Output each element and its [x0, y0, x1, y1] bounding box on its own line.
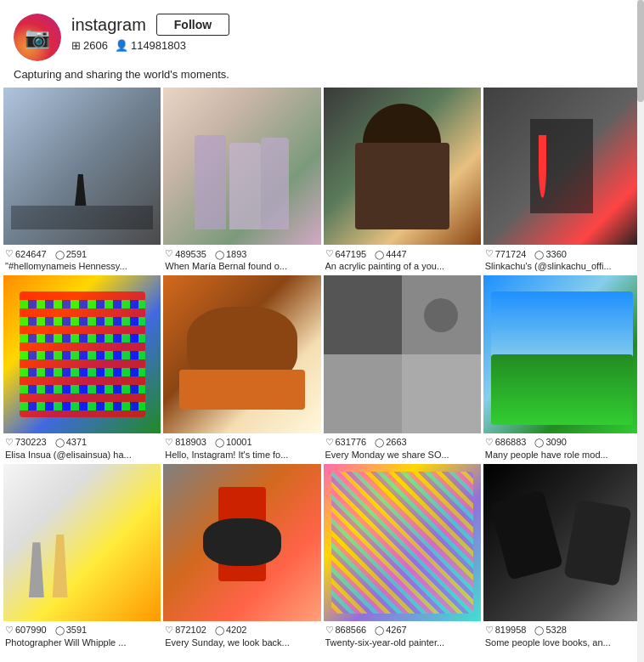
post-meta: 489535 1893 When María Bernal found o...: [163, 245, 320, 273]
comments-count: 3591: [66, 625, 87, 635]
post-thumbnail[interactable]: [483, 275, 641, 433]
likes-stat: 624647: [5, 248, 47, 259]
avatar[interactable]: 📷: [14, 14, 61, 61]
comment-icon: [55, 249, 65, 259]
likes-stat: 818903: [165, 437, 206, 448]
post-stats: 818903 10001: [165, 437, 319, 448]
post-cell[interactable]: 868566 4267 Twenty-six-year-old painter.…: [324, 464, 481, 649]
likes-count: 819958: [495, 625, 527, 635]
comment-icon: [534, 249, 544, 259]
post-cell[interactable]: 607990 3591 Photographer Will Whipple ..…: [3, 464, 161, 649]
post-meta: 872102 4202 Every Sunday, we look back..…: [163, 621, 320, 649]
post-stats: 819958 5328: [485, 625, 639, 636]
post-meta: 686883 3090 Many people have role mod...: [483, 433, 641, 461]
post-thumbnail[interactable]: [483, 464, 641, 621]
profile-header: 📷 instagram Follow ⊞ 2606 👤 114981803: [0, 0, 644, 68]
profile-top-row: instagram Follow: [71, 14, 229, 36]
post-meta: 818903 10001 Hello, Instagram! It's time…: [163, 433, 320, 461]
comments-stat: 4447: [375, 248, 406, 259]
post-cell[interactable]: 647195 4447 An acrylic painting of a you…: [324, 88, 481, 273]
post-cell[interactable]: 819958 5328 Some people love books, an..…: [483, 464, 641, 649]
post-caption: Slinkachu's (@slinkachu_offi...: [485, 261, 639, 271]
post-thumbnail[interactable]: [3, 88, 161, 245]
comment-icon: [215, 437, 224, 447]
post-thumbnail[interactable]: [483, 88, 641, 245]
post-caption: "#hellomynameis Hennessy...: [5, 261, 159, 271]
post-meta: 647195 4447 An acrylic painting of a you…: [324, 245, 481, 273]
followers-icon: 👤: [115, 39, 128, 52]
likes-stat: 730223: [5, 437, 47, 448]
post-thumbnail[interactable]: [324, 464, 481, 621]
post-caption: An acrylic painting of a you...: [325, 261, 479, 271]
post-cell[interactable]: 489535 1893 When María Bernal found o...: [163, 88, 320, 273]
likes-count: 686883: [495, 437, 527, 447]
post-stats: 647195 4447: [325, 248, 479, 259]
posts-grid: 624647 2591 "#hellomynameis Hennessy... …: [0, 88, 644, 649]
comments-count: 2591: [66, 249, 87, 259]
followers-stat: 👤 114981803: [115, 39, 186, 52]
comments-count: 10001: [226, 437, 252, 447]
post-thumbnail[interactable]: [3, 275, 161, 433]
post-stats: 624647 2591: [5, 248, 159, 259]
comment-icon: [534, 437, 544, 447]
post-cell[interactable]: 624647 2591 "#hellomynameis Hennessy...: [3, 88, 161, 273]
post-stats: 872102 4202: [165, 625, 319, 636]
followers-count: 114981803: [131, 39, 186, 52]
grid-icon: ⊞: [71, 39, 81, 52]
post-thumbnail[interactable]: [324, 88, 481, 245]
comments-count: 3090: [545, 437, 566, 447]
likes-count: 631776: [336, 437, 367, 447]
scrollbar-thumb[interactable]: [637, 0, 644, 102]
heart-icon: [165, 437, 173, 448]
comments-stat: 3591: [55, 625, 87, 636]
mosaic-image: [324, 275, 481, 433]
post-stats: 771724 3360: [485, 248, 639, 259]
likes-stat: 631776: [325, 437, 367, 448]
post-caption: When María Bernal found o...: [165, 261, 319, 271]
post-caption: Many people have role mod...: [485, 450, 639, 460]
comments-stat: 10001: [215, 437, 252, 448]
post-stats: 686883 3090: [485, 437, 639, 448]
post-thumbnail[interactable]: [324, 275, 481, 433]
post-cell[interactable]: 686883 3090 Many people have role mod...: [483, 275, 641, 461]
comment-icon: [375, 249, 384, 259]
post-cell[interactable]: 818903 10001 Hello, Instagram! It's time…: [163, 275, 320, 461]
follow-button[interactable]: Follow: [156, 14, 229, 36]
heart-icon: [5, 248, 14, 259]
likes-stat: 868566: [325, 625, 367, 636]
post-caption: Elisa Insua (@elisainsua) ha...: [5, 450, 159, 460]
likes-count: 624647: [15, 249, 47, 259]
post-cell[interactable]: 631776 2663 Every Monday we share SO...: [324, 275, 481, 461]
post-thumbnail[interactable]: [163, 275, 320, 433]
likes-count: 868566: [336, 625, 367, 635]
heart-icon: [325, 625, 334, 636]
post-thumbnail[interactable]: [163, 88, 320, 245]
comment-icon: [375, 625, 384, 635]
instagram-logo-icon: 📷: [25, 25, 50, 49]
post-caption: Every Sunday, we look back...: [165, 637, 319, 648]
post-cell[interactable]: 872102 4202 Every Sunday, we look back..…: [163, 464, 320, 649]
post-cell[interactable]: 730223 4371 Elisa Insua (@elisainsua) ha…: [3, 275, 161, 461]
comments-stat: 4371: [55, 437, 87, 448]
likes-stat: 607990: [5, 625, 47, 636]
likes-count: 607990: [15, 625, 47, 635]
heart-icon: [485, 437, 494, 448]
comment-icon: [55, 625, 65, 635]
post-stats: 868566 4267: [325, 625, 479, 636]
likes-stat: 872102: [165, 625, 206, 636]
post-cell[interactable]: 771724 3360 Slinkachu's (@slinkachu_offi…: [483, 88, 641, 273]
username[interactable]: instagram: [71, 15, 146, 35]
comments-count: 4371: [66, 437, 87, 447]
post-thumbnail[interactable]: [3, 464, 161, 621]
heart-icon: [5, 437, 14, 448]
post-thumbnail[interactable]: [163, 464, 320, 621]
comment-icon: [375, 437, 384, 447]
likes-count: 818903: [175, 437, 206, 447]
scrollbar-track[interactable]: [637, 0, 644, 662]
post-caption: Hello, Instagram! It's time fo...: [165, 450, 319, 460]
likes-stat: 647195: [325, 248, 367, 259]
comments-stat: 2663: [375, 437, 406, 448]
comment-icon: [215, 249, 224, 259]
comments-stat: 1893: [215, 248, 246, 259]
likes-count: 872102: [175, 625, 206, 635]
